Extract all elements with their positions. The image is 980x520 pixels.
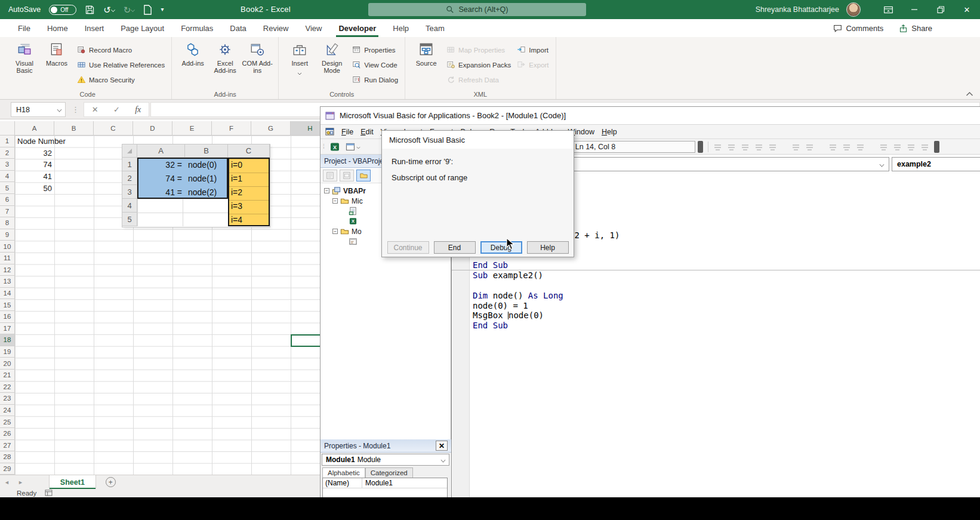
code-line-7[interactable]: node(0) = 1 <box>452 301 980 311</box>
properties-button[interactable]: Properties <box>350 42 400 57</box>
code-line-4[interactable]: Sub example2() <box>452 270 980 281</box>
tab-team[interactable]: Team <box>417 19 453 37</box>
import-button[interactable]: Import <box>515 42 550 57</box>
tab-data[interactable]: Data <box>221 19 254 37</box>
property-row[interactable]: (Name)Module1 <box>323 478 447 488</box>
column-header-c[interactable]: C <box>94 121 133 136</box>
row-header-7[interactable]: 7 <box>0 206 15 218</box>
row-header-2[interactable]: 2 <box>0 147 15 159</box>
row-header-27[interactable]: 27 <box>0 440 15 452</box>
share-button[interactable]: Share <box>899 24 932 33</box>
expansion-packs-button[interactable]: Expansion Packs <box>445 57 513 72</box>
cell-a2[interactable]: 32 <box>15 147 54 159</box>
row-header-23[interactable]: 23 <box>0 393 15 405</box>
row-header-12[interactable]: 12 <box>0 264 15 276</box>
search-box[interactable]: Search (Alt+Q) <box>368 3 586 16</box>
row-header-16[interactable]: 16 <box>0 311 15 323</box>
row-header-14[interactable]: 14 <box>0 288 15 300</box>
procedure-dropdown[interactable]: example2 <box>892 157 980 171</box>
row-header-24[interactable]: 24 <box>0 405 15 417</box>
row-header-9[interactable]: 9 <box>0 229 15 241</box>
cancel-formula-icon[interactable]: ✕ <box>92 105 98 114</box>
cell-a1[interactable]: Node Number <box>15 136 54 147</box>
row-header-21[interactable]: 21 <box>0 370 15 381</box>
minimize-button[interactable] <box>901 0 927 19</box>
column-header-g[interactable]: G <box>251 121 291 136</box>
code-line-5[interactable] <box>452 281 980 291</box>
tree-expand-icon[interactable]: − <box>324 188 329 193</box>
embedded-picture[interactable]: ABC1234532 =node(0)i=074 =node(1)i=141 =… <box>122 144 270 227</box>
code-line-3[interactable]: End Sub <box>452 260 980 270</box>
toggle-folders-button[interactable] <box>356 170 371 181</box>
toolbar-overflow-icon[interactable] <box>698 141 703 153</box>
row-header-29[interactable]: 29 <box>0 463 15 475</box>
menu-edit[interactable]: Edit <box>357 127 377 137</box>
row-header-17[interactable]: 17 <box>0 323 15 335</box>
row-header-6[interactable]: 6 <box>0 194 15 206</box>
properties-panel-header[interactable]: Properties - Module1 ✕ <box>320 439 451 453</box>
excel-add-ins-button[interactable]: Excel Add-ins <box>209 39 241 74</box>
customize-toolbar-icon[interactable]: ▾ <box>161 7 164 13</box>
properties-object-dropdown[interactable]: Module1 Module <box>322 454 449 466</box>
save-icon[interactable] <box>85 5 95 15</box>
toolbar-overflow-icon[interactable] <box>934 141 939 153</box>
macros-button[interactable]: Macros <box>41 39 72 67</box>
tab-view[interactable]: View <box>297 19 330 37</box>
sheet-nav-right-icon[interactable]: ► <box>14 475 27 489</box>
source-button[interactable]: Source <box>411 39 442 67</box>
tree-expand-icon[interactable]: − <box>332 229 338 234</box>
select-all-corner[interactable] <box>0 121 15 136</box>
macro-security-button[interactable]: Macro Security <box>75 72 167 87</box>
cell-a3[interactable]: 74 <box>15 159 54 171</box>
menu-file[interactable]: File <box>338 127 357 137</box>
row-header-10[interactable]: 10 <box>0 241 15 253</box>
ribbon-display-options-icon[interactable] <box>875 0 901 19</box>
row-header-8[interactable]: 8 <box>0 217 15 229</box>
cell-a5[interactable]: 50 <box>15 182 54 194</box>
dialog-title[interactable]: Microsoft Visual Basic <box>382 131 574 149</box>
tab-file[interactable]: File <box>10 19 39 37</box>
column-header-d[interactable]: D <box>133 121 172 136</box>
tab-developer[interactable]: Developer <box>330 19 384 37</box>
properties-tab-categorized[interactable]: Categorized <box>365 467 413 478</box>
insert-button[interactable]: Insert <box>284 39 315 78</box>
code-line-8[interactable]: MsgBox node(0) <box>452 310 980 321</box>
new-sheet-button[interactable]: + <box>106 477 116 487</box>
sheet-nav-left-icon[interactable]: ◄ <box>0 475 14 489</box>
restore-button[interactable] <box>927 0 954 19</box>
row-header-11[interactable]: 11 <box>0 253 15 264</box>
row-header-15[interactable]: 15 <box>0 299 15 311</box>
enter-formula-icon[interactable]: ✓ <box>113 105 120 114</box>
view-object-button[interactable] <box>340 170 354 181</box>
macro-record-icon[interactable] <box>45 490 53 497</box>
row-header-1[interactable]: 1 <box>0 136 15 147</box>
row-header-13[interactable]: 13 <box>0 276 15 288</box>
row-header-20[interactable]: 20 <box>0 358 15 370</box>
code-line-6[interactable]: Dim node() As Long <box>452 291 980 301</box>
design-mode-button[interactable]: Design Mode <box>316 39 347 74</box>
tab-help[interactable]: Help <box>384 19 417 37</box>
code-line-9[interactable]: End Sub <box>452 321 980 331</box>
vba-title-bar[interactable]: Microsoft Visual Basic for Applications … <box>320 107 980 125</box>
column-header-e[interactable]: E <box>172 121 212 136</box>
run-dialog-button[interactable]: Run Dialog <box>350 72 400 87</box>
tab-page-layout[interactable]: Page Layout <box>112 19 172 37</box>
close-button[interactable]: ✕ <box>954 0 980 19</box>
comments-button[interactable]: Comments <box>833 24 883 33</box>
add-ins-button[interactable]: Add-ins <box>177 39 208 67</box>
row-header-4[interactable]: 4 <box>0 171 15 183</box>
use-relative-references-button[interactable]: Use Relative References <box>75 57 167 72</box>
name-box[interactable]: H18 <box>11 102 66 117</box>
row-header-25[interactable]: 25 <box>0 416 15 428</box>
column-header-f[interactable]: F <box>212 121 251 136</box>
end-button[interactable]: End <box>434 241 476 254</box>
autosave-toggle[interactable]: Off <box>49 5 76 15</box>
column-header-b[interactable]: B <box>54 121 94 136</box>
avatar[interactable] <box>846 2 861 17</box>
undo-button[interactable]: ↺ <box>103 5 115 14</box>
column-header-a[interactable]: A <box>15 121 54 136</box>
sheet-tab[interactable]: Sheet1 <box>49 475 96 489</box>
visual-basic-button[interactable]: Visual Basic <box>9 39 40 74</box>
tree-expand-icon[interactable]: − <box>332 198 338 204</box>
record-macro-button[interactable]: Record Macro <box>75 42 167 57</box>
